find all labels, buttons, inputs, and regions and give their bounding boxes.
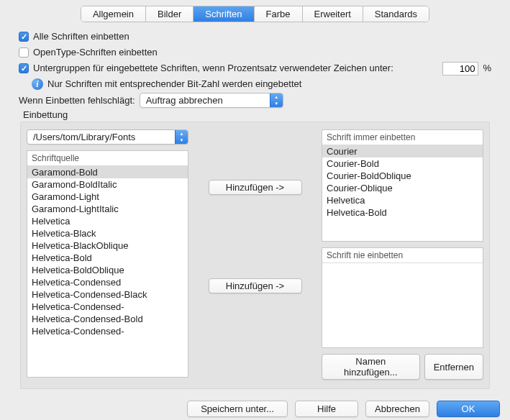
info-icon: i [32, 78, 43, 90]
never-embed-header: Schrift nie einbetten [322, 248, 483, 263]
always-font-item[interactable]: Helvetica [322, 194, 483, 206]
source-font-item[interactable]: Garamond-Light [27, 191, 188, 203]
label-info-note: Nur Schriften mit entsprechender Bit-Zah… [47, 77, 301, 91]
label-embed-all: Alle Schriften einbetten [33, 29, 129, 44]
source-font-item[interactable]: Helvetica-Bold [27, 252, 188, 264]
tab-bilder[interactable]: Bilder [146, 6, 193, 22]
select-font-source-path[interactable]: /Users/tom/Library/Fonts ▲▼ [27, 129, 188, 145]
tab-standards[interactable]: Standards [363, 6, 429, 22]
source-font-item[interactable]: Helvetica-Condensed [27, 276, 188, 288]
button-save-as[interactable]: Speichern unter... [187, 401, 288, 417]
source-font-item[interactable]: Helvetica-Condensed-Black [27, 288, 188, 301]
select-failure-action[interactable]: Auftrag abbrechen ▲▼ [140, 93, 283, 108]
always-font-item[interactable]: Courier-BoldOblique [322, 170, 483, 182]
checkbox-subset[interactable] [19, 63, 29, 73]
percent-sign: % [483, 61, 491, 76]
source-font-item[interactable]: Garamond-LightItalic [27, 203, 188, 215]
listbox-always-embed[interactable]: Schrift immer einbetten CourierCourier-B… [322, 129, 483, 242]
label-failure: Wenn Einbetten fehlschlägt: [19, 93, 135, 108]
font-source-header: Schriftquelle [27, 151, 188, 166]
tab-erweitert[interactable]: Erweitert [303, 6, 363, 22]
source-font-item[interactable]: Helvetica-BoldOblique [27, 264, 188, 276]
label-embed-opentype: OpenType-Schriften einbetten [33, 45, 158, 60]
button-help[interactable]: Hilfe [295, 401, 358, 417]
always-font-item[interactable]: Courier [322, 145, 483, 158]
always-font-item[interactable]: Helvetica-Bold [322, 206, 483, 219]
listbox-never-embed[interactable]: Schrift nie einbetten [322, 247, 483, 348]
button-remove[interactable]: Entfernen [424, 354, 483, 380]
checkbox-embed-opentype[interactable] [19, 47, 29, 58]
source-font-item[interactable]: Garamond-Bold [27, 166, 188, 178]
button-add-never[interactable]: Hinzufügen -> [209, 278, 302, 293]
tab-strip: AllgemeinBilderSchriftenFarbeErweitertSt… [81, 6, 429, 22]
source-font-item[interactable]: Garamond-BoldItalic [27, 178, 188, 191]
source-font-item[interactable]: Helvetica [27, 215, 188, 227]
label-subset: Untergruppen für eingebettete Schriften,… [33, 61, 393, 76]
always-embed-header: Schrift immer einbetten [322, 130, 483, 145]
always-font-item[interactable]: Courier-Bold [322, 158, 483, 170]
checkbox-embed-all[interactable] [19, 32, 29, 42]
tab-farbe[interactable]: Farbe [255, 6, 303, 22]
button-cancel[interactable]: Abbrechen [365, 401, 429, 417]
button-add-name[interactable]: Namen hinzufügen... [322, 354, 420, 380]
source-font-item[interactable]: Helvetica-Condensed- [27, 301, 188, 313]
button-ok[interactable]: OK [437, 401, 500, 417]
font-source-path-value: /Users/tom/Library/Fonts [33, 132, 175, 142]
tab-schriften[interactable]: Schriften [193, 6, 254, 22]
button-add-always[interactable]: Hinzufügen -> [209, 180, 302, 195]
source-font-item[interactable]: Helvetica-BlackOblique [27, 239, 188, 252]
source-font-item[interactable]: Helvetica-Condensed- [27, 325, 188, 337]
select-failure-value: Auftrag abbrechen [146, 93, 270, 108]
tab-allgemein[interactable]: Allgemein [81, 6, 146, 22]
label-embedding-section: Einbettung [23, 109, 491, 120]
source-font-item[interactable]: Helvetica-Black [27, 227, 188, 239]
source-font-item[interactable]: Helvetica-Condensed-Bold [27, 313, 188, 325]
always-font-item[interactable]: Courier-Oblique [322, 182, 483, 194]
listbox-font-source[interactable]: Schriftquelle Garamond-BoldGaramond-Bold… [27, 150, 188, 378]
subset-percent-input[interactable] [442, 62, 478, 76]
